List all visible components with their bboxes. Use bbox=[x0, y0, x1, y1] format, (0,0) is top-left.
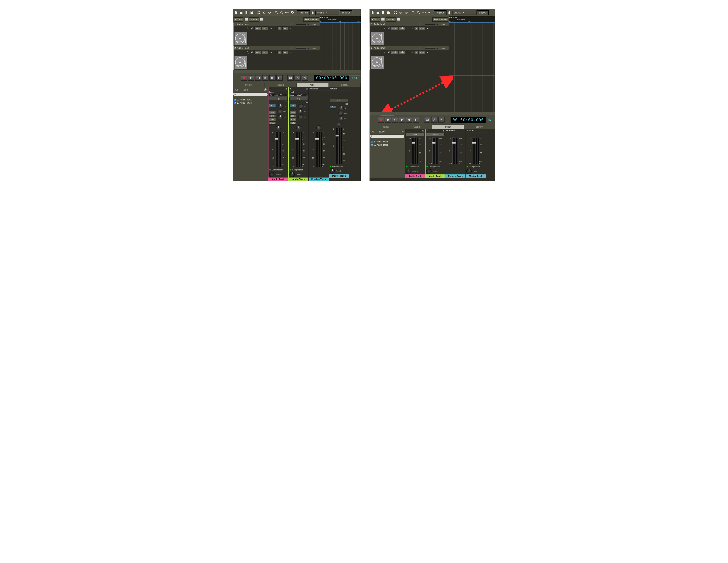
fx-toggle-button[interactable]: FX bbox=[289, 104, 296, 107]
timeline-pane[interactable] bbox=[320, 23, 361, 70]
pan-knob[interactable] bbox=[296, 125, 301, 130]
eq-lo-knob[interactable] bbox=[339, 116, 343, 121]
arm-button[interactable]: arm bbox=[419, 50, 425, 54]
arm-button[interactable]: arm bbox=[282, 26, 289, 30]
mini-sliders[interactable] bbox=[288, 47, 294, 49]
volume-fader[interactable] bbox=[432, 137, 435, 164]
tab-mixer[interactable]: Mixer bbox=[297, 83, 329, 87]
fx-button[interactable]: fx bbox=[414, 50, 418, 54]
zoom-out-icon[interactable] bbox=[274, 10, 279, 15]
tab-sound[interactable]: Sound bbox=[401, 125, 433, 129]
volume-bar[interactable] bbox=[296, 24, 307, 25]
eq-lo-knob[interactable] bbox=[278, 114, 283, 119]
expand-icon[interactable]: ╲ bbox=[246, 27, 250, 30]
strip-menu-icon[interactable]: ⊞ bbox=[306, 87, 308, 90]
volume-bar[interactable] bbox=[296, 47, 307, 49]
fx-chain-icon[interactable]: ⩘ bbox=[273, 27, 277, 30]
strip-menu-icon[interactable]: ⊞ bbox=[422, 129, 424, 132]
mute-button[interactable]: mute bbox=[254, 26, 261, 30]
tab-mixer[interactable]: Mixer bbox=[432, 125, 464, 129]
horizontal-scrollbar[interactable]: ◂ bbox=[233, 70, 361, 73]
solo-button[interactable]: solo bbox=[269, 118, 276, 121]
fx-button[interactable]: fx bbox=[278, 50, 282, 54]
mini-sliders[interactable] bbox=[417, 47, 423, 49]
time-ruler[interactable]: 0:000:02 bbox=[449, 21, 495, 23]
mute-button[interactable]: mute bbox=[254, 50, 261, 54]
music-file-icon[interactable] bbox=[244, 10, 249, 15]
compressor-threshold-knob[interactable] bbox=[406, 169, 411, 174]
snap-button[interactable]: Snap Off bbox=[340, 10, 352, 15]
loop-button[interactable] bbox=[287, 75, 294, 81]
volume-dropdown[interactable]: Volume▾ bbox=[315, 11, 339, 15]
compressor-power-icon[interactable] bbox=[269, 169, 271, 171]
solo-button[interactable]: solo bbox=[289, 118, 296, 121]
input-dropdown[interactable]: Stereo Mix (R...▾ bbox=[289, 94, 308, 97]
track-header-1[interactable]: 1 Audio Track + fx ╲ 🔊 mute solo ∿ ⩘ fx … bbox=[233, 23, 320, 46]
arm-button[interactable]: arm bbox=[289, 114, 296, 117]
new-file-icon[interactable] bbox=[233, 10, 238, 15]
new-file-icon[interactable] bbox=[370, 10, 375, 15]
record-button[interactable] bbox=[378, 117, 384, 122]
strip-footer[interactable]: Master Track bbox=[466, 174, 486, 178]
eq-hi-knob[interactable] bbox=[278, 104, 283, 109]
music-file-icon[interactable] bbox=[381, 10, 386, 15]
arm-button[interactable]: arm bbox=[282, 50, 289, 54]
eq-mid-knob[interactable] bbox=[338, 111, 343, 116]
pan-knob[interactable] bbox=[337, 122, 341, 127]
start-flag-icon[interactable]: ▸◉ bbox=[449, 16, 452, 19]
select-all-button[interactable]: All bbox=[233, 88, 239, 91]
mute-button[interactable]: mute bbox=[426, 133, 445, 136]
skip-end-button[interactable] bbox=[276, 75, 283, 81]
add-fx-button[interactable]: + fx bbox=[330, 99, 348, 102]
add-fx-button[interactable]: + fx bbox=[309, 23, 319, 26]
tab-sound[interactable]: Sound bbox=[265, 83, 297, 87]
volume-fader[interactable] bbox=[275, 132, 278, 167]
mini-sliders[interactable] bbox=[288, 23, 294, 25]
skip-start-button[interactable] bbox=[385, 117, 391, 122]
mute-button[interactable]: mute bbox=[391, 26, 398, 30]
time-ruler[interactable]: 0:000:020:0 bbox=[320, 21, 361, 23]
fx-toggle-button[interactable]: FX bbox=[330, 105, 336, 109]
zoom-in-icon[interactable] bbox=[416, 10, 421, 15]
track-header-1[interactable]: 1 Audio Track + fx ╲ 🔊 mute solo ∿ ⩘ fx … bbox=[370, 23, 449, 46]
master-button[interactable]: Master bbox=[386, 17, 396, 22]
settings-gear-icon[interactable] bbox=[290, 10, 295, 15]
mute-button[interactable]: mute bbox=[391, 50, 398, 54]
skip-start-button[interactable] bbox=[248, 75, 254, 81]
strip-footer[interactable]: Master Track bbox=[329, 174, 349, 178]
lock-icon[interactable] bbox=[310, 10, 315, 15]
forward-button[interactable] bbox=[406, 117, 412, 122]
solo-button[interactable]: solo bbox=[399, 50, 405, 54]
redo-icon[interactable] bbox=[267, 10, 272, 15]
arm-button[interactable]: arm bbox=[419, 26, 425, 30]
search-input[interactable] bbox=[370, 135, 404, 138]
speaker-icon[interactable]: 🔊 bbox=[250, 27, 254, 30]
mute-button[interactable]: mute bbox=[289, 121, 296, 124]
empty-track-area[interactable] bbox=[370, 70, 449, 112]
register-button[interactable]: Register! bbox=[297, 10, 310, 15]
strip-footer[interactable]: Audio Track bbox=[426, 174, 445, 178]
eq-mid-knob[interactable] bbox=[298, 109, 303, 114]
master-button[interactable]: Master bbox=[249, 17, 259, 22]
arm-menu-icon[interactable]: ▾ bbox=[426, 27, 429, 30]
performance-button[interactable]: Performance bbox=[432, 17, 448, 22]
fx-button[interactable]: fx bbox=[414, 26, 418, 30]
volume-fader[interactable] bbox=[473, 137, 475, 164]
play-button[interactable] bbox=[262, 75, 268, 81]
compressor-power-icon[interactable] bbox=[289, 169, 291, 171]
strip-footer[interactable]: Audio Track bbox=[268, 177, 288, 181]
search-input[interactable] bbox=[233, 93, 268, 96]
arm-menu-icon[interactable]: ▾ bbox=[426, 51, 429, 54]
arm-menu-icon[interactable]: ▾ bbox=[289, 27, 293, 30]
zoom-out-icon[interactable] bbox=[411, 10, 416, 15]
volume-fader[interactable] bbox=[336, 128, 339, 164]
horizontal-scrollbar[interactable] bbox=[370, 112, 495, 115]
compressor-power-icon[interactable] bbox=[426, 166, 428, 167]
redo-icon[interactable] bbox=[404, 10, 409, 15]
time-display[interactable]: 00:00:00.000 bbox=[314, 75, 349, 81]
visible-checkbox-icon[interactable]: ✕ bbox=[371, 141, 373, 143]
time-display[interactable]: 00:00:00.000 bbox=[450, 117, 486, 123]
select-none-button[interactable]: None bbox=[377, 130, 386, 133]
volume-bar[interactable] bbox=[425, 24, 436, 25]
mute-button[interactable]: mute bbox=[269, 121, 276, 124]
